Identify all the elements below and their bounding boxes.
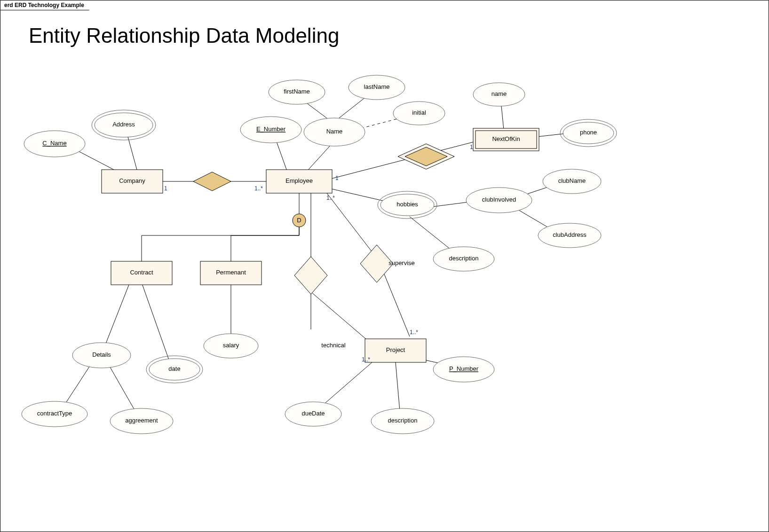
attr-address-label: Address <box>112 121 135 128</box>
disjoint-label: D <box>297 217 301 224</box>
svg-line-18 <box>142 282 170 362</box>
attr-c-name-label: C_Name <box>42 140 66 147</box>
svg-line-4 <box>306 146 330 172</box>
svg-marker-29 <box>405 147 447 166</box>
svg-line-20 <box>109 365 137 414</box>
attr-proj-desc-label: description <box>388 417 418 424</box>
diagram-frame: erd ERD Technology Example Entity Relati… <box>0 0 769 532</box>
card-project-technical: 1..* <box>362 356 370 363</box>
attr-initial-label: initial <box>412 109 426 116</box>
svg-line-27 <box>318 362 372 409</box>
attr-details-label: Details <box>92 351 111 358</box>
attr-p-number-label: P_Number <box>449 365 479 372</box>
entity-employee-label: Employee <box>285 177 313 184</box>
attr-salary-label: salary <box>223 342 239 349</box>
svg-line-25 <box>384 273 410 336</box>
svg-line-9 <box>501 106 504 130</box>
relationship-company-employee <box>193 172 231 191</box>
relationship-technical <box>294 257 327 294</box>
attr-club-involved-label: clubInvolved <box>482 196 516 203</box>
attr-duedate-label: dueDate <box>301 410 325 417</box>
erd-canvas: D Company Employee NextOfKin Contract Pe… <box>0 0 769 532</box>
svg-line-8 <box>330 141 476 179</box>
attr-kin-name-label: name <box>492 90 507 97</box>
attr-hobbies-label: hobbies <box>396 201 418 208</box>
attr-aggreement-label: aggreement <box>125 417 158 424</box>
relationship-supervise-label: supervise <box>388 259 415 266</box>
relationship-technical-label: technical <box>321 342 345 349</box>
attr-club-name-label: clubName <box>558 177 586 184</box>
attr-date-label: date <box>168 365 180 372</box>
card-kin-employee: 1 <box>470 144 473 150</box>
attr-club-address-label: clubAddress <box>553 231 587 238</box>
entity-nextofkin-label: NextOfKin <box>492 135 520 142</box>
attr-firstname-label: firstName <box>284 88 310 95</box>
entity-project-label: Project <box>386 346 405 353</box>
svg-line-3 <box>276 139 287 172</box>
attr-e-number-label: E_Number <box>256 125 286 133</box>
attr-lastname-label: lastName <box>364 83 390 90</box>
entity-permanent-label: Permenant <box>216 269 246 276</box>
attr-kin-phone-label: phone <box>580 129 597 136</box>
attr-contract-type-label: contractType <box>37 410 72 417</box>
svg-line-17 <box>104 282 130 348</box>
card-employee-company: 1..* <box>254 185 263 192</box>
attr-name-label: Name <box>326 128 343 135</box>
card-company: 1 <box>164 185 167 192</box>
attr-hobby-desc-label: description <box>449 255 479 262</box>
svg-line-11 <box>330 188 391 203</box>
entity-contract-label: Contract <box>130 269 153 276</box>
entity-company-label: Company <box>119 177 145 184</box>
card-employee-kin: 1 <box>335 175 339 181</box>
card-employee-proj: 1..* <box>326 195 335 201</box>
svg-line-1 <box>127 135 137 170</box>
card-project-supervise: 1..* <box>410 329 418 336</box>
